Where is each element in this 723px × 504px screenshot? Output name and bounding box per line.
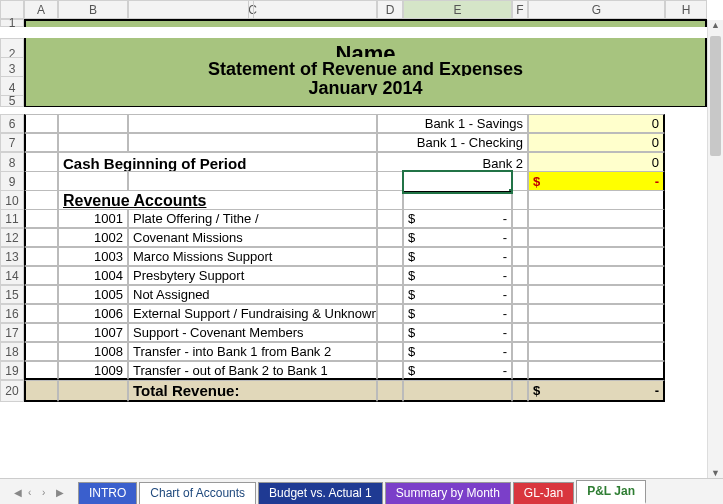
tab-next-icon[interactable]: ›	[42, 488, 52, 498]
rev-code-1[interactable]: 1002	[58, 228, 128, 247]
tab-gl-jan[interactable]: GL-Jan	[513, 482, 574, 504]
rev-name-1[interactable]: Covenant Missions	[128, 228, 377, 247]
cell-G18[interactable]	[528, 342, 665, 361]
rev-name-5[interactable]: External Support / Fundraising & Unknown	[128, 304, 377, 323]
cell-H19[interactable]	[665, 361, 707, 380]
spreadsheet-grid[interactable]: A B C D E F G H 1 2 Name 3 Statement of …	[0, 0, 723, 399]
cell-D13[interactable]	[377, 247, 403, 266]
total-revenue-label[interactable]: Total Revenue:	[128, 380, 377, 402]
cell-H12[interactable]	[665, 228, 707, 247]
cell-D14[interactable]	[377, 266, 403, 285]
cell-F12[interactable]	[512, 228, 528, 247]
tab-prev-icon[interactable]: ‹	[28, 488, 38, 498]
rev-name-7[interactable]: Transfer - into Bank 1 from Bank 2	[128, 342, 377, 361]
rev-name-0[interactable]: Plate Offering / Tithe /	[128, 209, 377, 228]
row-header-5[interactable]: 5	[0, 95, 24, 107]
rev-amt-0[interactable]: $-	[403, 209, 512, 228]
cell-D20[interactable]	[377, 380, 403, 402]
tab-summary-by-month[interactable]: Summary by Month	[385, 482, 511, 504]
col-header-F[interactable]: F	[512, 0, 528, 19]
rev-code-2[interactable]: 1003	[58, 247, 128, 266]
cell-H20[interactable]	[665, 380, 707, 402]
cell-A14[interactable]	[24, 266, 58, 285]
cell-A11[interactable]	[24, 209, 58, 228]
row-header-14[interactable]: 14	[0, 266, 24, 285]
rev-name-4[interactable]: Not Assigned	[128, 285, 377, 304]
tab-pl-jan[interactable]: P&L Jan	[576, 480, 646, 504]
rev-amt-3[interactable]: $-	[403, 266, 512, 285]
cell-H13[interactable]	[665, 247, 707, 266]
cell-G16[interactable]	[528, 304, 665, 323]
cell-B7[interactable]	[58, 133, 128, 152]
cell-E20[interactable]	[403, 380, 512, 402]
rev-code-6[interactable]: 1007	[58, 323, 128, 342]
row-header-1[interactable]: 1	[0, 19, 24, 27]
rev-name-8[interactable]: Transfer - out of Bank 2 to Bank 1	[128, 361, 377, 380]
rev-code-7[interactable]: 1008	[58, 342, 128, 361]
cell-D15[interactable]	[377, 285, 403, 304]
cell-A19[interactable]	[24, 361, 58, 380]
rev-amt-2[interactable]: $-	[403, 247, 512, 266]
rev-code-8[interactable]: 1009	[58, 361, 128, 380]
cell-C6[interactable]	[128, 114, 377, 133]
cell-F15[interactable]	[512, 285, 528, 304]
total-revenue-value[interactable]: $-	[528, 380, 665, 402]
tab-budget-vs-actual[interactable]: Budget vs. Actual 1	[258, 482, 383, 504]
rev-code-3[interactable]: 1004	[58, 266, 128, 285]
cell-G12[interactable]	[528, 228, 665, 247]
cell-D11[interactable]	[377, 209, 403, 228]
cell-F16[interactable]	[512, 304, 528, 323]
cell-A6[interactable]	[24, 114, 58, 133]
cell-B6[interactable]	[58, 114, 128, 133]
cell-C7[interactable]	[128, 133, 377, 152]
row-header-18[interactable]: 18	[0, 342, 24, 361]
rev-name-6[interactable]: Support - Covenant Members	[128, 323, 377, 342]
col-header-H[interactable]: H	[665, 0, 707, 19]
col-header-A[interactable]: A	[24, 0, 58, 19]
rev-name-2[interactable]: Marco Missions Support	[128, 247, 377, 266]
cell-D16[interactable]	[377, 304, 403, 323]
cell-H18[interactable]	[665, 342, 707, 361]
bank1-savings-label[interactable]: Bank 1 - Savings	[377, 114, 528, 133]
cell-E9-active[interactable]	[403, 171, 512, 193]
cell-F11[interactable]	[512, 209, 528, 228]
cell-F14[interactable]	[512, 266, 528, 285]
rev-code-5[interactable]: 1006	[58, 304, 128, 323]
cell-H14[interactable]	[665, 266, 707, 285]
tab-first-icon[interactable]: ◀	[14, 488, 24, 498]
cell-D12[interactable]	[377, 228, 403, 247]
cell-G17[interactable]	[528, 323, 665, 342]
col-header-D[interactable]: D	[377, 0, 403, 19]
rev-amt-5[interactable]: $-	[403, 304, 512, 323]
cell-A7[interactable]	[24, 133, 58, 152]
row-header-16[interactable]: 16	[0, 304, 24, 323]
row-header-7[interactable]: 7	[0, 133, 24, 152]
cell-G14[interactable]	[528, 266, 665, 285]
row-header-6[interactable]: 6	[0, 114, 24, 133]
rev-amt-6[interactable]: $-	[403, 323, 512, 342]
formula-bar-splitter[interactable]	[248, 1, 254, 19]
cell-H17[interactable]	[665, 323, 707, 342]
cell-H16[interactable]	[665, 304, 707, 323]
cell-G15[interactable]	[528, 285, 665, 304]
scroll-thumb[interactable]	[710, 36, 721, 156]
tab-last-icon[interactable]: ▶	[56, 488, 66, 498]
cell-F17[interactable]	[512, 323, 528, 342]
bank1-checking-value[interactable]: 0	[528, 133, 665, 152]
cell-H15[interactable]	[665, 285, 707, 304]
cell-H11[interactable]	[665, 209, 707, 228]
rev-amt-7[interactable]: $-	[403, 342, 512, 361]
vertical-scrollbar[interactable]: ▲ ▼	[707, 20, 723, 478]
row-header-20[interactable]: 20	[0, 380, 24, 402]
cell-A16[interactable]	[24, 304, 58, 323]
cell-G11[interactable]	[528, 209, 665, 228]
cell-A13[interactable]	[24, 247, 58, 266]
rev-amt-1[interactable]: $-	[403, 228, 512, 247]
rev-code-0[interactable]: 1001	[58, 209, 128, 228]
col-header-E[interactable]: E	[403, 0, 512, 19]
row-header-19[interactable]: 19	[0, 361, 24, 380]
cell-D19[interactable]	[377, 361, 403, 380]
cell-G19[interactable]	[528, 361, 665, 380]
row-header-11[interactable]: 11	[0, 209, 24, 228]
rev-name-3[interactable]: Presbytery Support	[128, 266, 377, 285]
